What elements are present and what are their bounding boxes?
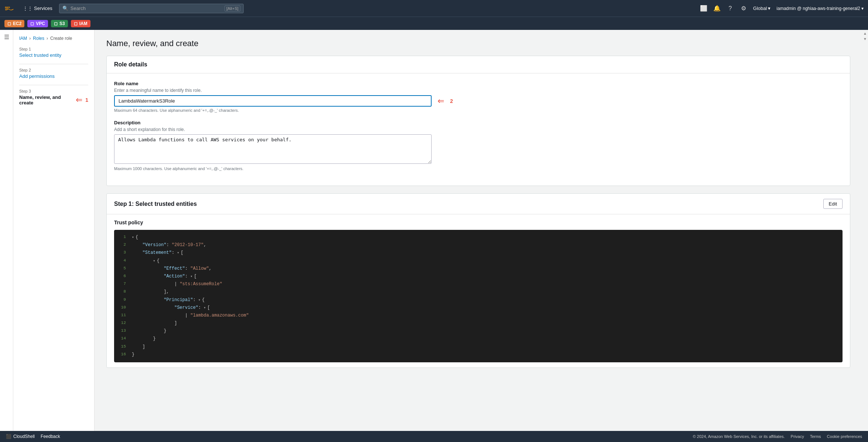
global-selector[interactable]: Global ▾: [753, 6, 771, 11]
cloudshell-label: CloudShell: [13, 434, 35, 439]
code-line-11: 11 | "lambda.amazonaws.com": [114, 312, 843, 320]
code-line-2: 2 "Version": "2012-10-17",: [114, 241, 843, 249]
breadcrumb-sep-1: ›: [29, 36, 31, 41]
role-name-label: Role name: [114, 81, 843, 86]
terminal-icon[interactable]: ⬜: [700, 5, 707, 12]
code-line-13: 13 }: [114, 327, 843, 335]
scroll-down-icon: ▼: [863, 37, 867, 41]
terms-link[interactable]: Terms: [810, 434, 821, 439]
role-name-input[interactable]: [114, 95, 432, 107]
step1-link[interactable]: Select trusted entity: [19, 52, 88, 58]
role-details-title: Role details: [114, 61, 147, 68]
cloudshell-button[interactable]: ⬛ CloudShell: [6, 434, 35, 439]
iam-label: IAM: [79, 21, 88, 26]
role-name-annotation-arrow: ⇐: [438, 97, 444, 105]
code-line-9: 9 "Principal": ▾{: [114, 296, 843, 304]
cookie-preferences-link[interactable]: Cookie preferences: [827, 434, 862, 439]
search-bar[interactable]: 🔍 [Alt+S]: [59, 4, 244, 13]
bottom-right: © 2024, Amazon Web Services, Inc. or its…: [693, 434, 862, 439]
description-group: Description Add a short explanation for …: [114, 120, 843, 171]
wizard-step-3: Step 3 Name, review, and create ⇐ 1: [19, 89, 88, 106]
services-nav[interactable]: ⋮⋮ Services: [21, 6, 55, 11]
page-title: Name, review, and create: [106, 39, 850, 48]
vpc-icon: ◻: [30, 21, 34, 26]
search-input[interactable]: [71, 6, 222, 11]
step3-label: Step 3: [19, 89, 88, 93]
code-line-1: 1 ▾{: [114, 234, 843, 241]
top-navigation: aws ⋮⋮ Services 🔍 [Alt+S] ⬜ 🔔 ? ⚙ Global…: [0, 0, 868, 17]
breadcrumb-roles[interactable]: Roles: [33, 36, 44, 41]
code-line-5: 5 "Effect": "Allow",: [114, 265, 843, 273]
user-name: iamadmin @ nghiaa-aws-training-general2: [776, 6, 860, 11]
code-line-16: 16 }: [114, 351, 843, 359]
ec2-badge[interactable]: ◻ EC2: [4, 20, 24, 27]
aws-logo[interactable]: aws: [4, 5, 16, 12]
main-layout: ☰ IAM › Roles › Create role Step 1 Selec…: [0, 30, 868, 431]
feedback-button[interactable]: Feedback: [41, 434, 60, 439]
help-icon[interactable]: ?: [727, 5, 734, 12]
step2-link[interactable]: Add permissions: [19, 73, 88, 79]
role-details-header: Role details: [107, 56, 850, 73]
role-name-hint: Enter a meaningful name to identify this…: [114, 88, 843, 93]
services-label: Services: [34, 6, 52, 11]
vpc-label: VPC: [36, 21, 45, 26]
svg-text:aws: aws: [5, 6, 10, 9]
step1-label: Step 1: [19, 47, 88, 51]
breadcrumb: IAM › Roles › Create role: [19, 36, 88, 41]
privacy-link[interactable]: Privacy: [791, 434, 804, 439]
iam-icon: ◻: [74, 21, 78, 26]
second-navigation: ◻ EC2 ◻ VPC ◻ S3 ◻ IAM: [0, 17, 868, 30]
bottom-bar: ⬛ CloudShell Feedback © 2024, Amazon Web…: [0, 431, 868, 442]
settings-icon[interactable]: ⚙: [740, 5, 747, 12]
trust-policy-code: 1 ▾{ 2 "Version": "2012-10-17", 3 "State…: [114, 230, 843, 362]
right-bar: ▲ ▼: [862, 30, 868, 431]
iam-badge[interactable]: ◻ IAM: [71, 20, 90, 27]
feedback-label: Feedback: [41, 434, 60, 439]
nav-right: ⬜ 🔔 ? ⚙ Global ▾ iamadmin @ nghiaa-aws-t…: [700, 5, 864, 12]
breadcrumb-iam[interactable]: IAM: [19, 36, 27, 41]
step3-annotation-num: 1: [85, 97, 88, 103]
sidebar: IAM › Roles › Create role Step 1 Select …: [13, 30, 95, 431]
s3-icon: ◻: [54, 21, 58, 26]
search-shortcut: [Alt+S]: [224, 6, 240, 11]
code-line-15: 15 ]: [114, 343, 843, 351]
ec2-icon: ◻: [7, 21, 11, 26]
wizard-step-1: Step 1 Select trusted entity: [19, 47, 88, 58]
user-chevron: ▾: [861, 6, 864, 11]
bell-icon[interactable]: 🔔: [713, 5, 721, 12]
description-char-limit: Maximum 1000 characters. Use alphanumeri…: [114, 166, 843, 171]
ec2-label: EC2: [13, 21, 21, 26]
description-textarea[interactable]: Allows Lambda functions to call AWS serv…: [114, 134, 432, 164]
step3-active-text: Name, review, and create: [19, 94, 73, 106]
breadcrumb-create-role: Create role: [50, 36, 72, 41]
code-line-4: 4 ▾{: [114, 257, 843, 265]
search-icon: 🔍: [62, 6, 68, 11]
trusted-entities-header: Step 1: Select trusted entities Edit: [107, 194, 850, 214]
global-label: Global: [753, 6, 767, 11]
trust-policy-section: Trust policy 1 ▾{ 2 "Version": "2012-10-…: [107, 214, 850, 367]
vpc-badge[interactable]: ◻ VPC: [27, 20, 48, 27]
step3-annotation: ⇐: [76, 96, 82, 104]
role-name-char-limit: Maximum 64 characters. Use alphanumeric …: [114, 108, 843, 113]
chevron-down-icon: ▾: [768, 6, 771, 11]
user-menu[interactable]: iamadmin @ nghiaa-aws-training-general2 …: [776, 6, 864, 11]
trusted-entities-title: Step 1: Select trusted entities: [114, 201, 197, 207]
description-label: Description: [114, 120, 843, 125]
breadcrumb-sep-2: ›: [47, 36, 48, 41]
code-line-12: 12 ]: [114, 320, 843, 327]
code-line-7: 7 | "sts:AssumeRole": [114, 280, 843, 288]
trusted-entities-section: Step 1: Select trusted entities Edit Tru…: [106, 193, 850, 368]
role-name-group: Role name Enter a meaningful name to ide…: [114, 81, 843, 113]
terminal-icon: ⬛: [6, 434, 11, 439]
copyright-text: © 2024, Amazon Web Services, Inc. or its…: [693, 434, 785, 439]
main-content: Name, review, and create Role details Ro…: [95, 30, 862, 431]
role-name-annotation-num: 2: [450, 98, 453, 104]
s3-badge[interactable]: ◻ S3: [51, 20, 68, 27]
step2-label: Step 2: [19, 68, 88, 72]
role-details-body: Role name Enter a meaningful name to ide…: [107, 73, 850, 186]
hamburger-icon[interactable]: ☰: [4, 34, 9, 41]
sidebar-toggle[interactable]: ☰: [0, 30, 13, 431]
trusted-entities-edit-button[interactable]: Edit: [823, 199, 843, 209]
code-line-6: 6 "Action": ▾[: [114, 273, 843, 280]
step-divider-2: [19, 85, 88, 85]
